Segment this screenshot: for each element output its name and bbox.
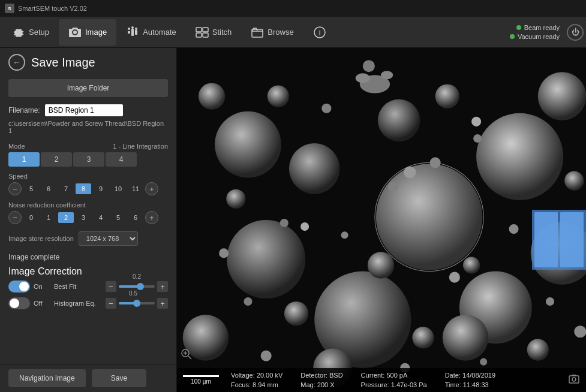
bestfit-slider-plus[interactable]: +	[157, 281, 168, 292]
vacuum-status-row: Vacuum ready	[510, 33, 560, 40]
svg-point-15	[376, 164, 482, 270]
svg-rect-1	[131, 29, 134, 36]
mode-btn-group: 1 2 3 4	[8, 152, 168, 167]
speed-5[interactable]: 5	[23, 183, 39, 194]
speed-9[interactable]: 9	[93, 183, 109, 194]
nav-stitch[interactable]: Stitch	[186, 19, 242, 46]
svg-point-36	[564, 171, 584, 190]
histogram-slider-container: − 0.5 +	[106, 298, 168, 309]
svg-point-32	[226, 189, 245, 209]
nav-automate[interactable]: Automate	[116, 19, 186, 46]
noise-minus-btn[interactable]: −	[8, 211, 22, 224]
noise-5[interactable]: 5	[110, 212, 126, 223]
noise-3[interactable]: 3	[76, 212, 91, 223]
noise-4[interactable]: 4	[93, 212, 109, 223]
mode-btn-3[interactable]: 3	[73, 152, 104, 167]
mode-btn-1[interactable]: 1	[8, 152, 40, 167]
nav-setup[interactable]: Setup	[2, 19, 59, 46]
noise-0[interactable]: 0	[23, 212, 39, 223]
vacuum-status-dot	[510, 34, 515, 39]
resolution-label: Image store resolution	[8, 235, 74, 242]
histogram-slider-track[interactable]: 0.5	[119, 302, 155, 304]
mode-btn-4[interactable]: 4	[106, 152, 137, 167]
speed-plus-btn[interactable]: +	[145, 182, 158, 195]
svg-point-34	[463, 257, 480, 273]
info-bar: 100 µm Voltage: 20.00 kV Focus: 8.94 mm …	[177, 368, 586, 392]
histogram-slider-plus[interactable]: +	[157, 298, 168, 309]
mode-btn-2[interactable]: 2	[41, 152, 72, 167]
speed-8[interactable]: 8	[76, 183, 91, 194]
histogram-slider-thumb[interactable]: 0.5	[133, 300, 140, 307]
left-panel: ← Save Image Image Folder Filename: c:\u…	[0, 48, 177, 392]
speed-10[interactable]: 10	[110, 183, 126, 194]
nav-browse[interactable]: Browse	[241, 19, 303, 46]
speed-6[interactable]: 6	[41, 183, 56, 194]
titlebar: S SmartSEM touch V2.02	[0, 0, 586, 17]
navbar: Setup Image Automate	[0, 17, 586, 48]
image-folder-button[interactable]: Image Folder	[8, 79, 168, 97]
svg-rect-6	[196, 28, 202, 32]
svg-point-59	[300, 222, 309, 231]
noise-6[interactable]: 6	[128, 212, 143, 223]
nav-automate-label: Automate	[143, 28, 176, 37]
correction-row-bestfit: On Best Fit − 0.2 +	[0, 278, 176, 295]
save-button[interactable]: Save	[92, 369, 146, 387]
bestfit-slider-track[interactable]: 0.2	[119, 285, 155, 288]
svg-point-61	[572, 378, 576, 381]
svg-point-50	[244, 297, 252, 306]
svg-rect-2	[135, 30, 137, 35]
svg-point-43	[280, 219, 289, 227]
correction-title: Image Correction	[0, 264, 176, 278]
svg-rect-0	[128, 31, 130, 34]
info-icon: i	[313, 26, 326, 39]
histogram-slider-minus[interactable]: −	[106, 298, 116, 309]
focus-label-text: Focus: 8.94 mm	[231, 380, 283, 390]
nav-stitch-label: Stitch	[212, 28, 232, 37]
resolution-select[interactable]: 1024 x 768 512 x 384 2048 x 1536	[79, 231, 138, 246]
stitch-icon	[196, 26, 209, 39]
navigation-image-button[interactable]: Navigation image	[8, 369, 86, 387]
bestfit-value-label: 0.2	[133, 273, 141, 280]
correction-row-histogram: Off Histogram Eq. − 0.5 +	[0, 295, 176, 312]
filepath: c:\users\sem\Powder and Screw Thread\BSD…	[0, 119, 176, 139]
svg-point-33	[368, 252, 394, 278]
nav-setup-label: Setup	[29, 28, 49, 37]
nav-image[interactable]: Image	[59, 19, 116, 46]
back-button[interactable]: ←	[8, 54, 25, 71]
filename-input[interactable]	[45, 104, 123, 116]
bestfit-toggle[interactable]	[8, 281, 30, 293]
speed-7[interactable]: 7	[58, 183, 74, 194]
power-button[interactable]: ⏻	[567, 24, 584, 41]
filename-row: Filename:	[0, 102, 176, 119]
svg-point-38	[219, 248, 229, 258]
nav-info[interactable]: i	[303, 19, 336, 46]
svg-point-29	[268, 85, 289, 107]
svg-point-4	[131, 26, 134, 29]
noise-2[interactable]: 2	[58, 212, 74, 223]
svg-point-40	[430, 157, 441, 168]
noise-plus-btn[interactable]: +	[145, 211, 158, 224]
bestfit-toggle-label: On	[34, 283, 50, 290]
histogram-toggle[interactable]	[8, 297, 30, 309]
bestfit-slider-minus[interactable]: −	[106, 281, 116, 292]
svg-line-64	[188, 356, 191, 359]
svg-point-23	[443, 315, 489, 361]
time-label-text: Time: 11:48:33	[445, 380, 495, 390]
svg-rect-60	[569, 376, 579, 383]
detector-info: Detector: BSD Mag: 200 X	[300, 370, 342, 390]
svg-rect-62	[572, 375, 576, 376]
svg-point-20	[215, 111, 281, 178]
sem-image-panel: 100 µm Voltage: 20.00 kV Focus: 8.94 mm …	[177, 48, 586, 392]
noise-1[interactable]: 1	[41, 212, 56, 223]
app-name: SmartSEM touch V2.02	[18, 5, 87, 12]
svg-point-3	[128, 28, 130, 30]
pressure-label-text: Pressure: 1.47e-03 Pa	[361, 380, 427, 390]
fullscreen-icon[interactable]	[568, 373, 580, 387]
bestfit-slider-thumb[interactable]: 0.2	[137, 283, 144, 290]
noise-row: − 0 1 2 3 4 5 6 +	[8, 211, 168, 224]
scale-line	[183, 375, 219, 377]
speed-minus-btn[interactable]: −	[8, 182, 22, 195]
speed-11[interactable]: 11	[128, 183, 143, 194]
nav-browse-label: Browse	[268, 28, 293, 37]
zoom-icon[interactable]	[181, 348, 193, 362]
